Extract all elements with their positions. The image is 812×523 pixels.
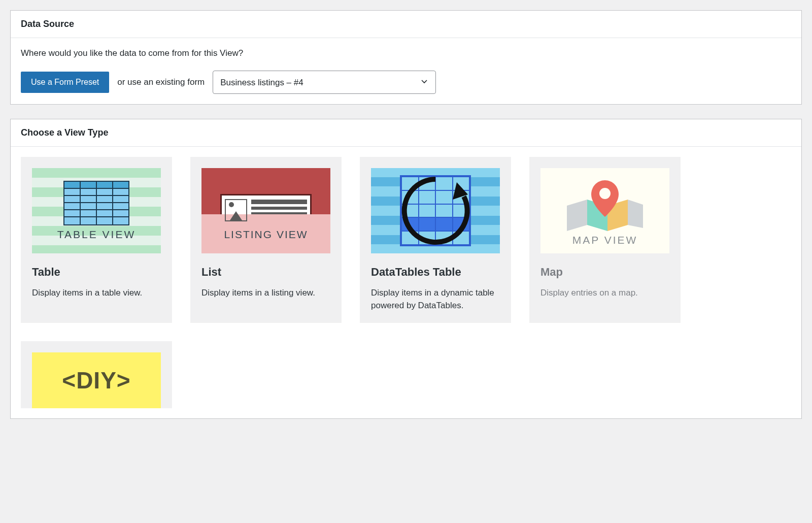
card-desc: Display items in a dynamic table powered… <box>371 287 500 312</box>
choose-view-type-panel: Choose a View Type TABLE VIEW Table <box>10 119 802 419</box>
refresh-arrow-icon <box>396 171 475 250</box>
list-thumb-caption: LISTING VIEW <box>224 228 308 241</box>
data-source-body: Where would you like the data to come fr… <box>11 38 801 104</box>
card-title: DataTables Table <box>371 266 500 279</box>
map-thumb: MAP VIEW <box>540 168 669 253</box>
card-title: Table <box>32 266 161 279</box>
view-card-diy[interactable]: <DIY> <box>21 341 172 408</box>
existing-form-select-wrap[interactable]: Business listings – #4 <box>213 71 436 94</box>
map-thumb-caption: MAP VIEW <box>572 234 638 246</box>
view-type-grid: TABLE VIEW Table Display items in a tabl… <box>11 147 801 418</box>
existing-form-select[interactable]: Business listings – #4 <box>213 71 435 93</box>
diy-thumb-caption: <DIY> <box>62 367 130 394</box>
list-view-thumb: LISTING VIEW <box>201 168 330 253</box>
or-use-existing-text: or use an existing form <box>117 77 205 87</box>
choose-view-type-title: Choose a View Type <box>11 119 801 147</box>
table-thumb-caption: TABLE VIEW <box>57 228 136 241</box>
view-card-datatables[interactable]: DataTables Table Display items in a dyna… <box>360 157 511 323</box>
card-desc: Display items in a listing view. <box>201 287 330 300</box>
card-desc: Display entries on a map. <box>540 287 669 300</box>
table-view-thumb: TABLE VIEW <box>32 168 161 253</box>
diy-thumb: <DIY> <box>32 352 161 408</box>
card-desc: Display items in a table view. <box>32 287 161 300</box>
data-source-row: Use a Form Preset or use an existing for… <box>21 71 791 94</box>
data-source-prompt: Where would you like the data to come fr… <box>21 48 791 58</box>
view-card-map[interactable]: MAP VIEW Map Display entries on a map. <box>529 157 681 323</box>
view-card-list[interactable]: LISTING VIEW List Display items in a lis… <box>190 157 342 323</box>
card-title: List <box>201 266 330 279</box>
use-form-preset-button[interactable]: Use a Form Preset <box>21 72 109 93</box>
data-source-title: Data Source <box>11 11 801 38</box>
view-card-table[interactable]: TABLE VIEW Table Display items in a tabl… <box>21 157 172 323</box>
svg-point-0 <box>599 188 611 199</box>
data-source-panel: Data Source Where would you like the dat… <box>10 10 802 105</box>
datatables-thumb <box>371 168 500 253</box>
card-title: Map <box>540 266 669 279</box>
